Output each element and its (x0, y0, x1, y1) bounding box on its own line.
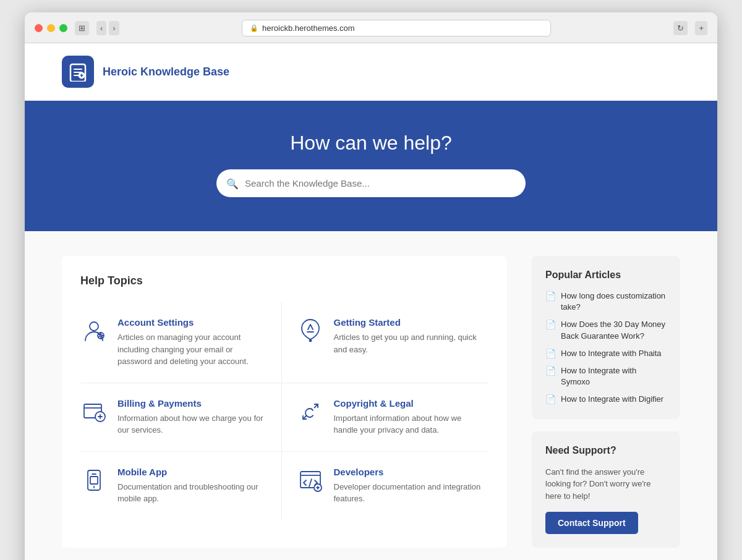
topic-getting-started[interactable]: Getting Started Articles to get you up a… (282, 302, 489, 383)
article-item-2[interactable]: 📄 How to Integrate with Phaita (545, 348, 667, 359)
topic-account-name: Account Settings (117, 317, 267, 328)
browser-window: ⊞ ‹ › 🔒 heroickb.herothemes.com ↻ + (25, 12, 717, 560)
forward-button[interactable]: › (109, 21, 119, 35)
traffic-lights (35, 24, 67, 32)
billing-icon (80, 398, 108, 425)
hero-title: How can we help? (62, 132, 680, 155)
developers-icon (297, 467, 324, 494)
topics-grid: Account Settings Articles on managing yo… (80, 302, 488, 520)
topics-row-2: Billing & Payments Information about how… (80, 383, 488, 452)
file-icon-0: 📄 (545, 291, 556, 301)
topic-developers[interactable]: Developers Developer documentation and i… (282, 452, 489, 520)
topic-billing-name: Billing & Payments (117, 398, 267, 409)
topic-account-text: Account Settings Articles on managing yo… (117, 317, 267, 368)
need-support-description: Can't find the answer you're looking for… (545, 466, 667, 503)
popular-articles-title: Popular Articles (545, 269, 667, 281)
nav-buttons: ‹ › (96, 21, 119, 35)
back-button[interactable]: ‹ (96, 21, 106, 35)
article-item-1[interactable]: 📄 How Does the 30 Day Money Back Guarant… (545, 319, 667, 341)
page-content: Heroic Knowledge Base How can we help? 🔍… (25, 43, 717, 560)
copyright-icon (297, 398, 324, 425)
close-button[interactable] (35, 24, 43, 32)
file-icon-1: 📄 (545, 320, 556, 329)
svg-point-2 (90, 322, 98, 331)
help-topics-title: Help Topics (80, 274, 488, 287)
popular-articles-card: Popular Articles 📄 How long does customi… (532, 256, 680, 419)
article-item-3[interactable]: 📄 How to Integrate with Symoxo (545, 365, 667, 388)
url-text: heroickb.herothemes.com (262, 23, 355, 33)
topic-mobile-text: Mobile App Documentation and troubleshoo… (117, 467, 267, 505)
help-topics-section: Help Topics (62, 256, 507, 548)
minimize-button[interactable] (47, 24, 55, 32)
sidebar: Popular Articles 📄 How long does customi… (532, 256, 680, 548)
getting-started-icon (297, 317, 324, 344)
topics-row-1: Account Settings Articles on managing yo… (80, 302, 488, 383)
topics-row-3: Mobile App Documentation and troubleshoo… (80, 452, 488, 520)
topic-mobile-desc: Documentation and troubleshooting our mo… (117, 481, 267, 505)
topic-getting-started-name: Getting Started (334, 317, 483, 328)
search-icon: 🔍 (226, 177, 239, 189)
topic-mobile-name: Mobile App (117, 467, 267, 477)
topic-copyright-text: Copyright & Legal Important information … (334, 398, 483, 436)
topic-billing-text: Billing & Payments Information about how… (117, 398, 267, 436)
logo-icon (62, 56, 94, 88)
main-content: Help Topics (25, 231, 717, 560)
reload-button[interactable]: ↻ (673, 21, 688, 35)
topic-billing[interactable]: Billing & Payments Information about how… (80, 383, 282, 451)
article-link-3: How to Integrate with Symoxo (561, 365, 667, 388)
topic-account-settings[interactable]: Account Settings Articles on managing yo… (80, 302, 282, 383)
file-icon-4: 📄 (545, 394, 556, 404)
file-icon-3: 📄 (545, 366, 556, 376)
popular-articles-list: 📄 How long does customization take? 📄 Ho… (545, 291, 667, 405)
browser-chrome: ⊞ ‹ › 🔒 heroickb.herothemes.com ↻ + (25, 12, 717, 43)
topic-mobile[interactable]: Mobile App Documentation and troubleshoo… (80, 452, 282, 520)
topic-getting-started-desc: Articles to get you up and running, quic… (334, 331, 483, 355)
article-link-2: How to Integrate with Phaita (561, 348, 662, 359)
article-link-1: How Does the 30 Day Money Back Guarantee… (561, 319, 667, 341)
article-item-4[interactable]: 📄 How to Integrate with Digifier (545, 394, 667, 405)
new-tab-button[interactable]: + (695, 21, 707, 35)
article-link-0: How long does customization take? (561, 291, 667, 313)
hero-banner: How can we help? 🔍 (25, 101, 717, 231)
maximize-button[interactable] (59, 24, 67, 32)
sidebar-toggle-button[interactable]: ⊞ (75, 21, 89, 35)
search-container: 🔍 (216, 169, 526, 197)
svg-rect-8 (90, 477, 98, 484)
topic-developers-desc: Developer documentation and integration … (334, 481, 483, 505)
address-bar[interactable]: 🔒 heroickb.herothemes.com (242, 20, 551, 36)
article-item-0[interactable]: 📄 How long does customization take? (545, 291, 667, 313)
lock-icon: 🔒 (250, 24, 258, 32)
contact-support-button[interactable]: Contact Support (545, 512, 638, 534)
need-support-title: Need Support? (545, 445, 667, 456)
topic-billing-desc: Information about how we charge you for … (117, 412, 267, 436)
account-settings-icon (80, 317, 108, 344)
logo-container[interactable]: Heroic Knowledge Base (62, 56, 229, 88)
article-link-4: How to Integrate with Digifier (561, 394, 663, 405)
search-input[interactable] (216, 169, 526, 197)
topic-developers-name: Developers (334, 467, 483, 477)
topic-copyright-name: Copyright & Legal (334, 398, 483, 409)
site-header: Heroic Knowledge Base (25, 43, 717, 101)
file-icon-2: 📄 (545, 349, 556, 358)
topic-account-desc: Articles on managing your account includ… (117, 331, 267, 368)
svg-point-4 (309, 340, 311, 342)
topic-getting-started-text: Getting Started Articles to get you up a… (334, 317, 483, 355)
topic-copyright-desc: Important information about how we handl… (334, 412, 483, 436)
logo-text: Heroic Knowledge Base (103, 65, 229, 79)
topic-copyright[interactable]: Copyright & Legal Important information … (282, 383, 489, 451)
topic-developers-text: Developers Developer documentation and i… (334, 467, 483, 505)
mobile-icon (80, 467, 108, 494)
need-support-card: Need Support? Can't find the answer you'… (532, 431, 680, 548)
